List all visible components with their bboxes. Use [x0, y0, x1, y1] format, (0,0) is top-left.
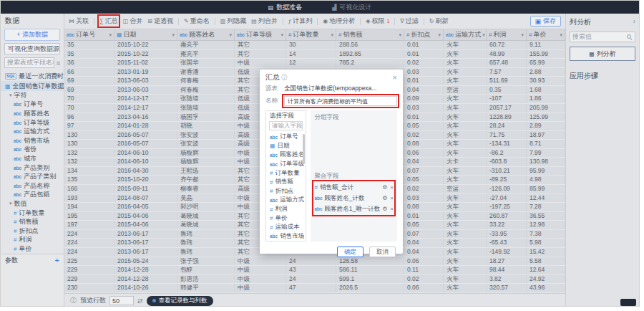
- column-header-9[interactable]: #单价▾: [527, 29, 565, 40]
- apply-rows-icon[interactable]: ⇄: [137, 297, 143, 305]
- chevron-down-icon: ▾: [230, 32, 233, 38]
- toolbar-button-link[interactable]: ⋈关联: [69, 16, 89, 26]
- field-search-input[interactable]: 请输入字段名称: [269, 121, 303, 130]
- table-cell: 7.38: [527, 230, 565, 239]
- cancel-button[interactable]: 取消: [369, 247, 396, 257]
- column-header-5[interactable]: #销售额▾: [336, 29, 404, 40]
- toolbar: ⋈关联∑汇总◫合并⊞逆透视✎重命名▥列隐藏▤列合并ƒ计算列◉地理分析◈权限1∇过…: [64, 14, 565, 29]
- field-group-string[interactable]: ▾字符: [1, 91, 64, 100]
- record-count-button[interactable]: 查看记录数与列数: [147, 296, 213, 306]
- table-cell: 杨国孚: [177, 113, 235, 122]
- collapse-panel-icon[interactable]: ›: [633, 17, 635, 27]
- sidebar-field-item[interactable]: #折扣点: [1, 226, 64, 236]
- field-group-number[interactable]: ▾数值: [1, 199, 64, 209]
- sidebar-field-item[interactable]: abc产品包箱: [1, 191, 64, 200]
- add-data-button[interactable]: + 添加数据: [4, 29, 60, 41]
- column-header-7[interactable]: abc运输方式▾: [444, 29, 487, 40]
- table-cell: 98.44: [487, 266, 527, 274]
- sidebar-field-item[interactable]: abc运输方式: [1, 127, 64, 136]
- selectable-field-item[interactable]: abc省份: [266, 241, 306, 241]
- dataset-item[interactable]: SQL最近一次消费时间: [1, 71, 64, 81]
- sidebar-field-item[interactable]: abc省份: [1, 145, 64, 155]
- table-cell: 张安波: [177, 131, 235, 140]
- column-header-1[interactable]: ▦日期▾: [114, 29, 177, 40]
- selectable-field-item[interactable]: abc销售市场: [266, 232, 306, 241]
- horizontal-scrollbar-thumb[interactable]: [620, 299, 636, 306]
- preview-rows-input[interactable]: [109, 296, 134, 305]
- agg-settings-gear-icon[interactable]: ⚙: [382, 184, 387, 191]
- toolbar-button-merge-column[interactable]: ▤列合并: [251, 16, 278, 26]
- tab-data-preparation[interactable]: ▤ 数据准备: [268, 3, 303, 12]
- tab-visualization-design[interactable]: ▟ 可视化设计: [332, 3, 371, 12]
- sidebar-search-input[interactable]: 搜索表或字段名称: [4, 57, 54, 68]
- group-fields-dropzone[interactable]: [314, 122, 394, 172]
- search-icon: [627, 34, 633, 40]
- agg-remove-icon[interactable]: ×: [390, 206, 394, 212]
- add-parameter-button[interactable]: +: [55, 256, 59, 264]
- table-cell: -65.43: [487, 239, 527, 247]
- sidebar-field-item[interactable]: abc产品名称: [1, 181, 64, 191]
- ok-button[interactable]: 确定: [337, 247, 364, 257]
- table-cell: 0.02: [404, 59, 444, 67]
- toolbar-button-filter[interactable]: ∇过滤: [400, 16, 418, 26]
- agg-field-item[interactable]: abc顾客姓名_计数⚙×: [314, 193, 394, 204]
- sidebar-field-item[interactable]: abc产品类别: [1, 163, 64, 173]
- toolbar-button-hide-column[interactable]: ▥列隐藏: [220, 16, 247, 26]
- agg-settings-gear-icon[interactable]: ⚙: [382, 195, 387, 201]
- summary-name-input[interactable]: [284, 96, 397, 106]
- agg-settings-gear-icon[interactable]: ⚙: [382, 206, 387, 212]
- close-icon[interactable]: ×: [393, 73, 397, 82]
- agg-field-item[interactable]: #销售额_合计⚙×: [314, 182, 394, 193]
- toolbar-button-refresh[interactable]: ↻刷新: [429, 16, 449, 26]
- column-header-6[interactable]: #折扣点▾: [404, 29, 444, 40]
- sidebar-field-item[interactable]: #利润: [1, 236, 64, 245]
- sidebar-field-item[interactable]: abc销售市场: [1, 136, 64, 145]
- sidebar-field-item[interactable]: abc产品子类别: [1, 172, 64, 181]
- column-header-8[interactable]: #利润▾: [487, 29, 527, 40]
- filter-fields-icon[interactable]: ≡: [57, 59, 60, 67]
- selectable-field-item[interactable]: #利润: [266, 205, 306, 214]
- selectable-field-item[interactable]: abc订单号: [266, 133, 306, 142]
- tab-label: 数据准备: [276, 3, 302, 12]
- sidebar-field-item[interactable]: abc订单等级: [1, 118, 64, 128]
- toolbar-button-rename[interactable]: ✎重命名: [184, 16, 210, 26]
- selectable-field-item[interactable]: #销售额: [266, 178, 306, 187]
- column-header-2[interactable]: abc顾客姓名▾: [177, 29, 235, 40]
- selectable-field-item[interactable]: abc运输方式: [266, 196, 306, 205]
- save-button[interactable]: ▣保存: [530, 16, 562, 27]
- table-cell: 0.05: [404, 221, 444, 229]
- toolbar-button-unpivot[interactable]: ⊞逆透视: [147, 16, 173, 26]
- panel-search-input[interactable]: 搜索值: [570, 32, 635, 42]
- agg-field-item[interactable]: abc顾客姓名1_唯一计数⚙×: [314, 204, 394, 214]
- selectable-field-item[interactable]: #折扣点: [266, 187, 306, 196]
- selectable-field-item[interactable]: #单价: [266, 214, 306, 223]
- toolbar-button-summarize[interactable]: ∑汇总: [99, 16, 118, 26]
- sidebar-field-item[interactable]: abc订单号: [1, 100, 64, 110]
- sidebar-field-item[interactable]: abc顾客姓名: [1, 109, 64, 118]
- selectable-field-item[interactable]: #运输成本: [266, 223, 306, 232]
- selectable-field-item[interactable]: abc顾客姓名: [266, 150, 306, 160]
- toolbar-button-merge[interactable]: ◫合并: [123, 16, 143, 26]
- selectable-field-item[interactable]: abc订单等级: [266, 160, 306, 169]
- sidebar-field-item[interactable]: abc城市: [1, 154, 64, 163]
- table-cell: -134.31: [487, 140, 527, 148]
- table-cell: 155.99: [527, 50, 565, 59]
- selectable-field-item[interactable]: #订单数量: [266, 168, 306, 178]
- toolbar-button-permission[interactable]: ◈权限1: [366, 16, 389, 26]
- datasource-select[interactable]: 可视化查询数据源 ▾: [4, 43, 60, 54]
- dataset-item[interactable]: ▦全国销售订单数据(te...: [1, 81, 64, 91]
- sidebar-field-item[interactable]: #订单数量: [1, 209, 64, 218]
- sidebar-field-item[interactable]: #销售额: [1, 217, 64, 226]
- column-analysis-button[interactable]: ▦ 列分析: [570, 47, 635, 61]
- agg-remove-icon[interactable]: ×: [390, 195, 394, 201]
- column-header-4[interactable]: #订单数量▾: [286, 29, 336, 40]
- table-cell: 2015-09-11: [114, 185, 177, 193]
- agg-remove-icon[interactable]: ×: [390, 184, 394, 191]
- column-header-0[interactable]: abc订单号▾: [64, 29, 114, 40]
- selectable-field-item[interactable]: ▦日期: [266, 142, 306, 151]
- column-header-3[interactable]: abc订单等级▾: [235, 29, 286, 40]
- table-cell: -86.2: [487, 149, 527, 158]
- toolbar-button-calc-column[interactable]: ƒ计算列: [288, 16, 312, 26]
- sidebar-field-item[interactable]: #单价: [1, 244, 64, 254]
- toolbar-button-geo-analysis[interactable]: ◉地理分析: [323, 16, 355, 26]
